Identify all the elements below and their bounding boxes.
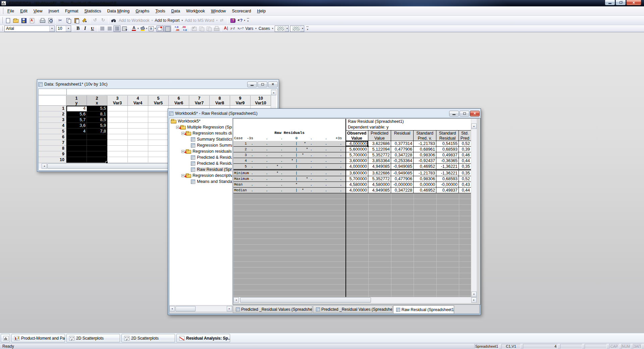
restore-button[interactable] bbox=[615, 0, 626, 5]
new-file-button[interactable] bbox=[4, 16, 12, 24]
tree-item-regression-residuals-di[interactable]: Regression residuals di bbox=[169, 148, 232, 154]
cell[interactable]: 8,1 bbox=[87, 111, 107, 117]
menu-data-mining[interactable]: Data Mining bbox=[104, 7, 133, 15]
help-book-button[interactable] bbox=[229, 16, 237, 24]
cell[interactable] bbox=[128, 117, 148, 123]
value-cell[interactable]: 0,347228 bbox=[391, 188, 414, 193]
table-vertical-scrollbar[interactable]: ▲ ▼ bbox=[471, 119, 477, 297]
macro-button[interactable] bbox=[218, 16, 226, 24]
combo-dropdown[interactable]: ▾ bbox=[285, 26, 288, 32]
paste-fmt-button[interactable] bbox=[205, 26, 213, 32]
paste-button[interactable] bbox=[73, 16, 81, 24]
value-cell[interactable]: -1,21783 bbox=[414, 141, 436, 147]
cell[interactable]: 5,5 bbox=[87, 106, 107, 111]
cut-button[interactable] bbox=[57, 16, 65, 24]
table-col-std-pred[interactable]: Std.Pred bbox=[459, 131, 471, 141]
combo-dropdown[interactable]: ▾ bbox=[66, 26, 71, 32]
value-cell[interactable]: 4,000000 bbox=[345, 141, 368, 147]
task-2d-scatterplots[interactable]: 2D Scatterplots bbox=[121, 334, 175, 342]
menu-file[interactable]: File bbox=[4, 7, 17, 15]
table-col-predicted-value[interactable]: PredictedValue bbox=[368, 131, 391, 141]
cell-props-button[interactable] bbox=[121, 26, 128, 32]
cell[interactable] bbox=[128, 129, 148, 134]
cell[interactable] bbox=[128, 123, 148, 129]
tree-item-regression-descriptive[interactable]: Regression descriptive bbox=[169, 172, 232, 179]
cell[interactable]: 5,7 bbox=[66, 117, 87, 123]
cell[interactable]: 5,9 bbox=[87, 123, 107, 129]
cell[interactable] bbox=[66, 134, 87, 140]
pdf-button[interactable] bbox=[28, 16, 36, 24]
cell[interactable] bbox=[107, 140, 128, 146]
value-cell[interactable]: 3,622686 bbox=[368, 170, 391, 176]
find-button[interactable] bbox=[110, 16, 118, 24]
cell[interactable] bbox=[148, 157, 169, 163]
value-cell[interactable]: -0,00000 bbox=[436, 182, 459, 188]
value-cell[interactable]: 0,49837 bbox=[436, 188, 459, 193]
value-cell[interactable]: 5,352772 bbox=[368, 176, 391, 182]
value-cell[interactable]: -0,253364 bbox=[391, 158, 414, 164]
task-residual-analysis-sp[interactable]: Residual Analysis: Sp... bbox=[176, 334, 230, 342]
value-cell[interactable]: 0,477906 bbox=[391, 176, 414, 182]
workbook-title-bar[interactable]: Workbook5* - Raw Residual (Spreadsheet1)… bbox=[169, 109, 480, 117]
menu-window[interactable]: Window bbox=[208, 7, 229, 15]
print-scale-button[interactable] bbox=[213, 26, 220, 32]
wb-maximize-button[interactable] bbox=[460, 111, 469, 116]
cell[interactable]: 3,6 bbox=[66, 123, 87, 129]
bold-button[interactable] bbox=[74, 26, 82, 32]
cell[interactable] bbox=[128, 157, 148, 163]
value-cell[interactable]: -0,92437 bbox=[414, 158, 436, 164]
data-maximize-button[interactable] bbox=[258, 82, 267, 87]
value-cell[interactable]: 0,52 bbox=[459, 176, 471, 182]
minimize-button[interactable] bbox=[605, 0, 615, 5]
row-header-3[interactable]: 3 bbox=[39, 117, 66, 123]
underline-button[interactable] bbox=[89, 26, 96, 32]
value-cell[interactable]: 0,35 bbox=[459, 170, 471, 176]
value-cell[interactable]: 0,477906 bbox=[391, 147, 414, 152]
value-cell[interactable]: 3,853364 bbox=[368, 158, 391, 164]
cell[interactable] bbox=[128, 111, 148, 117]
tab-raw-residual-spreadsheet1[interactable]: Raw Residual (Spreadsheet1) bbox=[393, 305, 454, 314]
cell[interactable]: 4 bbox=[66, 106, 87, 111]
value-cell[interactable]: 0,00000 bbox=[414, 182, 436, 188]
border-a-button[interactable]: ▾ bbox=[148, 26, 156, 32]
col-header-var9[interactable]: 9Var9 bbox=[230, 96, 251, 106]
tree-item-regression-summa[interactable]: Regression Summa bbox=[169, 142, 232, 148]
data-close-button[interactable]: × bbox=[268, 82, 278, 87]
close-button[interactable]: × bbox=[626, 0, 641, 5]
row-header-10[interactable]: 10 bbox=[39, 157, 66, 163]
value-cell[interactable]: 4,949085 bbox=[368, 188, 391, 193]
toolbar-overflow-chevron[interactable]: ▾ bbox=[306, 27, 309, 31]
tree-item-means-and-standar[interactable]: Means and Standar bbox=[169, 179, 232, 185]
value-cell[interactable]: 0,52 bbox=[459, 141, 471, 147]
copy-fmt-button[interactable] bbox=[198, 26, 205, 32]
value-cell[interactable]: 0,44 bbox=[459, 188, 471, 193]
font-color-button[interactable]: ▾ bbox=[130, 26, 139, 32]
tree-item-regression-results-dialo[interactable]: Regression results dialo bbox=[169, 130, 232, 136]
data-window-title-bar[interactable]: Data: Spreadsheet1* (10v by 10c) × bbox=[38, 80, 278, 88]
value-cell[interactable]: 0,68593 bbox=[436, 147, 459, 152]
col-header-var3[interactable]: 3Var3 bbox=[107, 96, 128, 106]
inc-dec-button[interactable] bbox=[173, 26, 181, 32]
value-cell[interactable]: -0,36365 bbox=[436, 158, 459, 164]
cell[interactable] bbox=[148, 134, 169, 140]
value-cell[interactable]: -1,21783 bbox=[414, 170, 436, 176]
value-cell[interactable]: -0,949085 bbox=[391, 170, 414, 176]
workbook-tabs[interactable]: Predicted _Residual Values (Spreadsheet1… bbox=[233, 305, 455, 314]
print-preview-button[interactable] bbox=[46, 16, 54, 24]
cell[interactable] bbox=[87, 157, 107, 163]
col-header-var7[interactable]: 7Var7 bbox=[189, 96, 210, 106]
menu-graphs[interactable]: Graphs bbox=[132, 7, 152, 15]
wb-minimize-button[interactable] bbox=[449, 111, 459, 116]
value-cell[interactable]: 0,49837 bbox=[436, 152, 459, 158]
sort-a-button[interactable] bbox=[222, 26, 230, 32]
check-grid-button[interactable] bbox=[191, 26, 198, 32]
grid-show-button[interactable] bbox=[164, 26, 171, 32]
table-column-headers[interactable]: ObservedValuePredictedValueResidualStand… bbox=[345, 130, 471, 141]
cell[interactable] bbox=[148, 129, 169, 134]
value-cell[interactable]: 0,46952 bbox=[414, 188, 436, 193]
workbook-tree[interactable]: Workbook5*Multiple Regression (SpreaRegr… bbox=[169, 118, 232, 305]
cell[interactable] bbox=[128, 151, 148, 157]
row-header-8[interactable]: 8 bbox=[39, 146, 66, 151]
vars-button[interactable]: Vars▾ bbox=[245, 26, 258, 31]
menu-tools[interactable]: Tools bbox=[152, 7, 168, 15]
